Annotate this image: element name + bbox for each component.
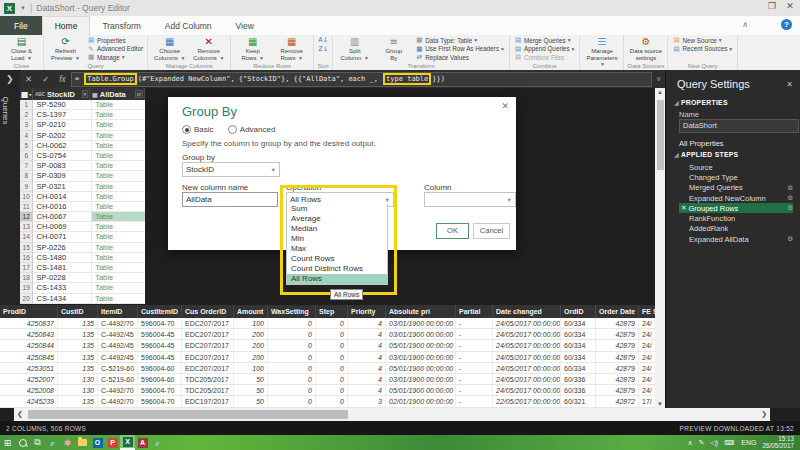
filter-icon[interactable]: ▾ — [82, 90, 89, 98]
stockid-cell[interactable]: SP-0309 — [33, 171, 92, 181]
data-column-header[interactable]: CustID — [58, 305, 98, 318]
preview-row[interactable]: 20CS-1434Table — [20, 294, 145, 304]
restore-window-button[interactable]: ❐ — [764, 1, 780, 11]
data-column-header[interactable]: Partial — [456, 305, 493, 318]
quick-access-caret-icon[interactable]: ▼ — [20, 5, 26, 11]
scroll-down-arrow-icon[interactable]: ▼ — [657, 401, 663, 407]
alldata-table-link[interactable]: Table — [92, 151, 145, 161]
split-column-button[interactable]: ▥SplitColumn ▼ — [336, 36, 373, 61]
taskbar-task-view-icon[interactable]: ⧉ — [30, 435, 45, 450]
column-header-stockid[interactable]: ABCStockID▾ — [33, 88, 90, 100]
radio-basic[interactable]: Basic — [182, 125, 214, 134]
delete-step-icon[interactable]: ✕ — [681, 204, 686, 212]
append-queries-button[interactable]: ▤Append Queries▼ — [514, 45, 575, 54]
stockid-cell[interactable]: CH-0014 — [33, 192, 92, 202]
tab-file[interactable]: File — [0, 16, 42, 35]
operation-option-max[interactable]: Max — [287, 244, 387, 254]
data-row[interactable]: 4252007130C-5219-60596004-60TDC205/20175… — [0, 374, 655, 385]
stockid-cell[interactable]: CH-0071 — [33, 232, 92, 242]
operation-option-count-rows[interactable]: Count Rows — [287, 254, 387, 264]
data-row[interactable]: 4250837135C-4492/70596004-70EDC207/20171… — [0, 318, 655, 329]
language-indicator[interactable]: ENG — [741, 439, 756, 446]
alldata-table-link[interactable]: Table — [92, 131, 145, 141]
stockid-cell[interactable]: SP-0083 — [33, 161, 92, 171]
manage-parameters-button[interactable]: ☰ManageParameters ▼ — [583, 36, 620, 68]
alldata-table-link[interactable]: Table — [92, 100, 145, 110]
vertical-scrollbar[interactable]: ▲ ▼ — [655, 88, 665, 408]
choose-columns-button[interactable]: ▦ChooseColumns ▼ — [151, 36, 188, 61]
taskbar-excel-icon[interactable]: X — [120, 435, 135, 450]
stockid-cell[interactable]: CH-0069 — [33, 222, 92, 232]
data-column-header[interactable]: Amount — [234, 305, 268, 318]
data-column-header[interactable]: Date changed — [493, 305, 561, 318]
preview-row[interactable]: 8SP-0309Table — [20, 171, 145, 181]
alldata-table-link[interactable]: Table — [92, 263, 145, 273]
table-menu-icon[interactable]: ▦▾ — [20, 88, 33, 100]
sort-za-icon-button[interactable]: Z↓ — [318, 45, 328, 54]
cancel-button[interactable]: Cancel — [473, 223, 510, 239]
column-header-alldata[interactable]: ▦AllData⇄ — [90, 88, 145, 100]
step-settings-gear-icon[interactable]: ⚙ — [787, 204, 793, 212]
properties-button[interactable]: ▤Properties — [87, 36, 143, 45]
query-name-input[interactable]: DataShort — [679, 119, 799, 133]
preview-row[interactable]: 5CH-0062Table — [20, 141, 145, 151]
tray-keyboard-icon[interactable]: ⌨ — [724, 439, 734, 447]
alldata-table-link[interactable]: Table — [92, 110, 145, 120]
column-combobox[interactable]: ▼ — [424, 192, 516, 207]
operation-option-average[interactable]: Average — [287, 214, 387, 224]
stockid-cell[interactable]: SP-0228 — [33, 273, 92, 283]
data-row[interactable]: 4250843135C-4492/45596004-45EDC207/20172… — [0, 329, 655, 340]
tab-home[interactable]: Home — [42, 16, 91, 35]
preview-row[interactable]: 15SP-0226Table — [20, 243, 145, 253]
operation-option-min[interactable]: Min — [287, 234, 387, 244]
properties-section-header[interactable]: ◢PROPERTIES — [674, 99, 728, 106]
applied-steps-section-header[interactable]: ◢APPLIED STEPS — [674, 151, 738, 158]
preview-row[interactable]: 14CH-0071Table — [20, 232, 145, 242]
help-icon[interactable]: ? — [781, 19, 792, 30]
stockid-cell[interactable]: CH-0016 — [33, 202, 92, 212]
cancel-formula-icon[interactable]: ✕ — [25, 74, 32, 84]
preview-row[interactable]: 7SP-0083Table — [20, 161, 145, 171]
taskbar-powerpoint-icon[interactable]: P — [105, 435, 120, 450]
operation-option-count-distinct-rows[interactable]: Count Distinct Rows — [287, 264, 387, 274]
tab-add-column[interactable]: Add Column — [153, 16, 224, 35]
alldata-table-link[interactable]: Table — [92, 192, 145, 202]
data-column-header[interactable]: Cus OrderID — [182, 305, 234, 318]
alldata-table-link[interactable]: Table — [92, 294, 145, 304]
data-column-header[interactable]: CustItemID — [138, 305, 182, 318]
all-properties-link[interactable]: All Properties — [679, 139, 724, 148]
data-column-header[interactable]: Order Date — [596, 305, 639, 318]
formula-input[interactable]: = Table.Group(#"Expanded NewColumn", {"S… — [71, 72, 652, 87]
tab-view[interactable]: View — [224, 16, 266, 35]
alldata-table-link[interactable]: Table — [92, 243, 145, 253]
tray-speaker-icon[interactable]: ◁) — [710, 439, 718, 447]
preview-row[interactable]: 12CH-0067Table — [20, 212, 145, 222]
alldata-table-link[interactable]: Table — [92, 161, 145, 171]
keep-rows-button[interactable]: ▦KeepRows ▼ — [234, 36, 271, 61]
data-row[interactable]: 4250844135C-4492/45596004-45EDC207/20172… — [0, 340, 655, 351]
remove-rows-button[interactable]: ▦RemoveRows ▼ — [273, 36, 310, 61]
commit-formula-icon[interactable]: ✓ — [42, 74, 49, 84]
alldata-table-link[interactable]: Table — [92, 232, 145, 242]
data-column-header[interactable]: Priority — [348, 305, 386, 318]
datasource-settings-button[interactable]: ⚙Data sourcesettings — [627, 36, 664, 61]
collapse-ribbon-icon[interactable]: ∧ — [742, 20, 748, 29]
alldata-table-link[interactable]: Table — [92, 171, 145, 181]
stockid-cell[interactable]: CS-1397 — [33, 110, 92, 120]
preview-row[interactable]: 13CH-0069Table — [20, 222, 145, 232]
data-row[interactable]: 4253051135C-5219-60596004-60EDC207/20171… — [0, 363, 655, 374]
horizontal-scrollbar[interactable]: ❮ ❯ — [14, 408, 770, 421]
data-row[interactable]: 4245239135C-4492/70596004-70EDC197/20175… — [0, 396, 655, 407]
dialog-close-icon[interactable]: ✕ — [501, 101, 509, 111]
tray-chevron-up-icon[interactable]: ∧ — [687, 439, 692, 447]
merge-queries-button[interactable]: ▤Merge Queries▼ — [514, 36, 575, 45]
alldata-table-link[interactable]: Table — [92, 202, 145, 212]
expand-column-icon[interactable]: ⇄ — [135, 90, 143, 98]
operation-option-sum[interactable]: Sum — [287, 204, 387, 214]
applied-step-source[interactable]: Source — [679, 162, 793, 172]
stockid-cell[interactable]: SP-0202 — [33, 131, 92, 141]
new-source-button[interactable]: ▤New Source▼ — [672, 36, 733, 45]
data-type-table-button[interactable]: ▦Data Type: Table▼ — [415, 36, 505, 45]
clock[interactable]: 15:1326/05/2017 — [762, 436, 794, 449]
applied-step-merged-queries[interactable]: Merged Queries⚙ — [679, 183, 793, 193]
